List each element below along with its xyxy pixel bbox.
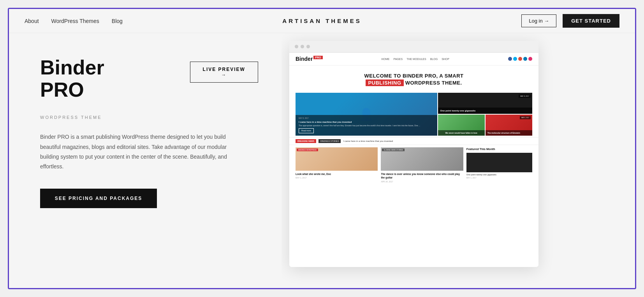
product-description: Binder PRO is a smart publishing WordPre… [40,132,227,171]
mockup-grid-top-right: MAY 8, 2017 One point twenty-one gigawat… [438,93,532,114]
app-frame: About WordPress Themes Blog ARTISAN THEM… [8,8,636,289]
login-button[interactable]: Log in → [521,14,556,27]
google-icon [518,57,522,61]
mockup-nav-pages: PAGES [394,58,403,60]
browser-dot-2 [301,45,304,48]
mockup-grid-bottom-row: We never would have fallen in love MAY 8… [438,115,532,136]
article-1-date: MAY 1, 2017 [296,177,378,179]
pricing-button[interactable]: SEE PRICING AND PACKAGES [40,189,157,208]
mockup-nav-home: HOME [382,58,390,60]
article-1-image: BINDINGS WORDPRESS [296,147,378,171]
ticker-text: I came here in a time machine that you i… [343,140,393,142]
article-2: CLOSING NEWS STORIES The dance is over u… [381,147,463,182]
nav-about[interactable]: About [25,18,39,24]
left-panel: Binder PRO LIVE PREVIEW → WORDPRESS THEM… [9,33,282,288]
article-2-title: The dance is over unless you know someon… [381,172,463,179]
red-overlay-text: The molecular structure of Einstein [486,130,532,136]
mockup-nav: HOME PAGES THE MODULES BLOG SHOP [382,58,449,60]
mockup-nav-shop: SHOP [442,58,449,60]
product-title: Binder PRO [40,57,151,101]
featured-image [466,153,532,172]
featured-date: MAY 1, 2017 [466,177,532,179]
mockup-articles: BINDINGS WORDPRESS Look what she wrote m… [289,147,538,182]
article-2-cat-badge: CLOSING NEWS STORIES [382,148,405,151]
hero-title-line1: WELCOME TO BINDER PRO, A SMART [364,73,463,79]
live-preview-button[interactable]: LIVE PREVIEW → [190,62,258,83]
news-ticker: BREAKING NEWS BINDINGS STORIES I came he… [289,137,538,145]
article-1-cat-badge: BINDINGS WORDPRESS [297,148,318,151]
mockup-grid-red: MAY 8, 2017 The molecular structure of E… [486,115,532,136]
mockup-nav-modules: THE MODULES [406,58,426,60]
browser-chrome [289,41,538,53]
article-2-date: APR 28, 2017 [381,180,463,183]
article-1-title: Look what she wrote me, Doc [296,172,378,176]
mockup-grid-right: MAY 8, 2017 One point twenty-one gigawat… [438,93,532,136]
nav-blog[interactable]: Blog [112,18,123,24]
nav-wordpress-themes[interactable]: WordPress Themes [51,18,99,24]
header-actions: Log in → GET STARTED [521,14,619,28]
mockup-logo: BinderPRO [296,56,323,62]
mockup-hero-title: WELCOME TO BINDER PRO, A SMART PUBLISHIN… [297,72,531,87]
mockup-grid-green: We never would have fallen in love [438,115,485,136]
featured-label: Featured This Month [466,147,532,151]
get-started-button[interactable]: GET STARTED [563,14,619,28]
browser-dot-3 [306,45,310,48]
date-badge-1: MAY 8, 2017 [519,94,531,98]
right-panel: BinderPRO HOME PAGES THE MODULES BLOG SH… [282,33,635,288]
header: About WordPress Themes Blog ARTISAN THEM… [9,9,635,33]
bindings-badge: BINDINGS STORIES [318,139,341,143]
pro-badge: PRO [313,56,322,59]
article-2-image: CLOSING NEWS STORIES [381,147,463,171]
breaking-news-badge: BREAKING NEWS [296,139,316,143]
mockup-header: BinderPRO HOME PAGES THE MODULES BLOG SH… [289,53,538,65]
twitter-icon [513,57,517,61]
main-overlay: MAY 8, 2017 I came here in a time machin… [296,115,437,136]
mockup-grid-main: 👤 MAY 8, 2017 I came here in a time mach… [296,93,437,136]
hero-highlight: PUBLISHING [366,80,403,86]
main-nav: About WordPress Themes Blog [25,18,123,24]
main-content: Binder PRO LIVE PREVIEW → WORDPRESS THEM… [9,33,635,288]
browser-dot-1 [295,45,298,48]
facebook-icon [508,57,512,61]
browser-mockup: BinderPRO HOME PAGES THE MODULES BLOG SH… [289,41,538,267]
top-right-title: One point twenty-one gigawatts [438,108,532,114]
product-subtitle: WORDPRESS THEME [40,115,258,120]
brand-logo: ARTISAN THEMES [282,18,361,24]
featured-title: One point twenty-one gigawatts [466,173,532,177]
browser-body: BinderPRO HOME PAGES THE MODULES BLOG SH… [289,53,538,265]
article-1: BINDINGS WORDPRESS Look what she wrote m… [296,147,378,182]
mockup-logo-text: Binder [296,56,313,62]
green-overlay-text: We never would have fallen in love [438,130,485,136]
hero-title-rest: WORDPRESS THEME. [404,80,462,86]
instagram-icon [528,57,532,61]
featured-sidebar: Featured This Month One point twenty-one… [466,147,532,182]
linkedin-icon [523,57,527,61]
mockup-hero: WELCOME TO BINDER PRO, A SMART PUBLISHIN… [289,65,538,90]
read-more-btn[interactable]: Read more [299,128,314,133]
title-preview-row: Binder PRO LIVE PREVIEW → [40,57,258,103]
mockup-nav-blog: BLOG [430,58,438,60]
mockup-social-icons [508,57,532,61]
date-badge-2: MAY 8, 2017 [520,116,531,119]
